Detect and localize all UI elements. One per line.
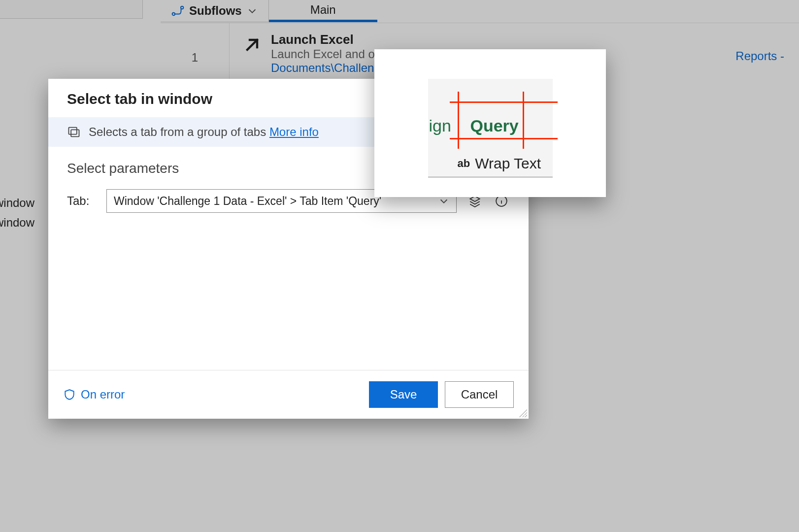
preview-query-tab: Query: [470, 116, 519, 135]
preview-wrap-text: Wrap Text: [458, 155, 541, 172]
on-error-label: On error: [81, 388, 125, 401]
wrap-text-icon: [458, 157, 470, 170]
highlight-line: [458, 92, 459, 149]
cancel-button[interactable]: Cancel: [445, 381, 514, 408]
svg-rect-3: [71, 130, 79, 136]
highlight-line: [523, 92, 524, 149]
highlight-line: [450, 138, 558, 139]
save-button[interactable]: Save: [369, 381, 438, 408]
tabs-icon: [67, 125, 81, 139]
resize-handle[interactable]: [518, 408, 527, 417]
on-error-link[interactable]: On error: [63, 388, 125, 401]
tab-combobox-value: Window 'Challenge 1 Data - Excel' > Tab …: [114, 195, 381, 208]
element-preview-popup: ign Query Wrap Text: [374, 49, 606, 197]
svg-rect-2: [69, 128, 77, 134]
tab-param-label: Tab:: [67, 194, 97, 208]
highlight-line: [450, 101, 558, 103]
wrap-text-label: Wrap Text: [475, 155, 541, 172]
dialog-info-text: Selects a tab from a group of tabs: [89, 125, 269, 138]
preview-partial-tab: ign: [429, 116, 451, 135]
more-info-link[interactable]: More info: [269, 125, 319, 138]
dialog-footer: On error Save Cancel: [48, 370, 529, 419]
chevron-down-icon: [438, 196, 449, 206]
shield-icon: [63, 388, 76, 401]
preview-thumbnail: ign Query Wrap Text: [428, 79, 553, 177]
